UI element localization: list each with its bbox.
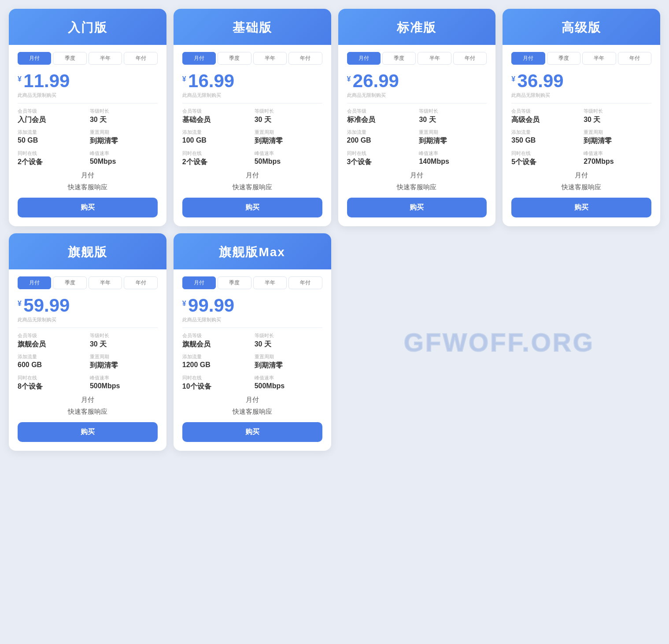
plan-card-starter: 入门版 月付 季度 半年 年付 ¥ 11.99 此商品无限制购买 会员等级 入门… [9, 9, 166, 226]
tab-yearly-standard[interactable]: 年付 [453, 52, 487, 65]
billing-type-standard: 月付 [347, 171, 487, 180]
plan-name-flagship: 旗舰版 [18, 244, 158, 261]
buy-button-basic[interactable]: 购买 [182, 198, 322, 217]
price-symbol-starter: ¥ [18, 75, 22, 83]
specs-grid-basic: 会员等级 基础会员 等级时长 30 天 添加流量 100 GB 重置周期 到期清… [182, 108, 322, 167]
spec-duration-advanced: 等级时长 30 天 [584, 108, 651, 125]
spec-value-duration-starter: 30 天 [90, 115, 158, 125]
spec-devices-advanced: 同时在线 5个设备 [511, 150, 579, 167]
tab-monthly-starter[interactable]: 月付 [18, 52, 51, 65]
price-symbol-flagship: ¥ [18, 300, 22, 308]
spec-member-level-standard: 会员等级 标准会员 [347, 108, 415, 125]
spec-label-devices-starter: 同时在线 [18, 150, 85, 157]
buy-button-flagship[interactable]: 购买 [18, 422, 158, 442]
price-row-advanced: ¥ 36.99 [511, 72, 651, 90]
divider-standard [347, 103, 487, 103]
specs-grid-starter: 会员等级 入门会员 等级时长 30 天 添加流量 50 GB 重置周期 到期清零… [18, 108, 158, 167]
tab-monthly-basic[interactable]: 月付 [182, 52, 216, 65]
watermark-text: GFWOFF.ORG [404, 328, 595, 357]
spec-devices-standard: 同时在线 3个设备 [347, 150, 415, 167]
tab-yearly-advanced[interactable]: 年付 [618, 52, 651, 65]
spec-reset-starter: 重置周期 到期清零 [90, 129, 158, 146]
buy-button-advanced[interactable]: 购买 [511, 198, 651, 217]
tab-yearly-flagship-max[interactable]: 年付 [288, 276, 322, 289]
tab-yearly-starter[interactable]: 年付 [124, 52, 157, 65]
card-header-starter: 入门版 [9, 9, 166, 45]
billing-type-basic: 月付 [182, 171, 322, 180]
price-note-standard: 此商品无限制购买 [347, 92, 487, 99]
spec-value-reset-starter: 到期清零 [90, 136, 158, 146]
billing-tabs-advanced: 月付 季度 半年 年付 [511, 52, 651, 65]
card-header-advanced: 高级版 [503, 9, 660, 45]
spec-traffic-standard: 添加流量 200 GB [347, 129, 415, 146]
tab-monthly-flagship[interactable]: 月付 [18, 276, 51, 289]
tab-quarterly-flagship-max[interactable]: 季度 [218, 276, 251, 289]
spec-traffic-flagship-max: 添加流量 1200 GB [182, 353, 250, 370]
spec-speed-flagship: 峰值速率 500Mbps [90, 375, 158, 391]
spec-label-traffic-starter: 添加流量 [18, 129, 85, 136]
top-plans-grid: 入门版 月付 季度 半年 年付 ¥ 11.99 此商品无限制购买 会员等级 入门… [9, 9, 660, 226]
tab-monthly-standard[interactable]: 月付 [347, 52, 381, 65]
tab-quarterly-standard[interactable]: 季度 [382, 52, 416, 65]
tab-monthly-advanced[interactable]: 月付 [511, 52, 545, 65]
card-body-standard: 月付 季度 半年 年付 ¥ 26.99 此商品无限制购买 会员等级 标准会员 等… [338, 45, 496, 226]
specs-grid-standard: 会员等级 标准会员 等级时长 30 天 添加流量 200 GB 重置周期 到期清… [347, 108, 487, 167]
tab-halfyear-basic[interactable]: 半年 [253, 52, 287, 65]
tab-quarterly-basic[interactable]: 季度 [218, 52, 251, 65]
divider-basic [182, 103, 322, 103]
support-text-standard: 快速客服响应 [347, 183, 487, 191]
spec-reset-flagship-max: 重置周期 到期清零 [255, 353, 322, 370]
support-text-flagship: 快速客服响应 [18, 408, 158, 416]
price-row-flagship: ¥ 59.99 [18, 296, 158, 315]
buy-button-flagship-max[interactable]: 购买 [182, 422, 322, 442]
spec-label-reset-starter: 重置周期 [90, 129, 158, 136]
tab-quarterly-advanced[interactable]: 季度 [547, 52, 580, 65]
spec-label-speed-starter: 峰值速率 [90, 150, 158, 157]
divider-flagship [18, 328, 158, 328]
spec-value-speed-starter: 50Mbps [90, 158, 158, 166]
spec-duration-starter: 等级时长 30 天 [90, 108, 158, 125]
card-header-flagship: 旗舰版 [9, 233, 166, 269]
specs-grid-advanced: 会员等级 高级会员 等级时长 30 天 添加流量 350 GB 重置周期 到期清… [511, 108, 651, 167]
spec-reset-flagship: 重置周期 到期清零 [90, 353, 158, 370]
specs-grid-flagship: 会员等级 旗舰会员 等级时长 30 天 添加流量 600 GB 重置周期 到期清… [18, 332, 158, 391]
tab-quarterly-flagship[interactable]: 季度 [53, 276, 86, 289]
tab-halfyear-advanced[interactable]: 半年 [582, 52, 616, 65]
support-text-flagship-max: 快速客服响应 [182, 408, 322, 416]
price-value-flagship-max: 99.99 [188, 295, 234, 316]
price-note-flagship-max: 此商品无限制购买 [182, 316, 322, 323]
tab-halfyear-flagship[interactable]: 半年 [89, 276, 122, 289]
support-text-starter: 快速客服响应 [18, 183, 158, 191]
divider-starter [18, 103, 158, 103]
spec-traffic-basic: 添加流量 100 GB [182, 129, 250, 146]
buy-button-standard[interactable]: 购买 [347, 198, 487, 217]
spec-speed-flagship-max: 峰值速率 500Mbps [255, 375, 322, 391]
watermark-area: GFWOFF.ORG [338, 233, 661, 451]
spec-reset-standard: 重置周期 到期清零 [419, 129, 487, 146]
spec-duration-flagship-max: 等级时长 30 天 [255, 332, 322, 349]
bottom-plans-grid: 旗舰版 月付 季度 半年 年付 ¥ 59.99 此商品无限制购买 会员等级 旗舰… [9, 233, 660, 451]
spec-member-flagship-max: 会员等级 旗舰会员 [182, 332, 250, 349]
tab-yearly-flagship[interactable]: 年付 [124, 276, 157, 289]
price-symbol-advanced: ¥ [511, 75, 515, 83]
plan-card-flagship-max: 旗舰版Max 月付 季度 半年 年付 ¥ 99.99 此商品无限制购买 会员等级… [174, 233, 331, 451]
plan-name-standard: 标准版 [347, 19, 487, 36]
billing-type-starter: 月付 [18, 171, 158, 180]
tab-halfyear-flagship-max[interactable]: 半年 [253, 276, 287, 289]
spec-member-level-advanced: 会员等级 高级会员 [511, 108, 579, 125]
tab-yearly-basic[interactable]: 年付 [288, 52, 322, 65]
tab-halfyear-starter[interactable]: 半年 [89, 52, 122, 65]
spec-reset-advanced: 重置周期 到期清零 [584, 129, 651, 146]
price-value-basic: 16.99 [188, 70, 234, 91]
tab-halfyear-standard[interactable]: 半年 [418, 52, 451, 65]
spec-value-member-starter: 入门会员 [18, 115, 85, 125]
tab-quarterly-starter[interactable]: 季度 [53, 52, 86, 65]
card-body-starter: 月付 季度 半年 年付 ¥ 11.99 此商品无限制购买 会员等级 入门会员 等… [9, 45, 166, 226]
card-body-basic: 月付 季度 半年 年付 ¥ 16.99 此商品无限制购买 会员等级 基础会员 等… [174, 45, 331, 226]
tab-monthly-flagship-max[interactable]: 月付 [182, 276, 216, 289]
price-note-flagship: 此商品无限制购买 [18, 316, 158, 323]
spec-speed-advanced: 峰值速率 270Mbps [584, 150, 651, 167]
buy-button-starter[interactable]: 购买 [18, 198, 158, 217]
spec-value-traffic-starter: 50 GB [18, 136, 85, 144]
card-header-flagship-max: 旗舰版Max [174, 233, 331, 269]
